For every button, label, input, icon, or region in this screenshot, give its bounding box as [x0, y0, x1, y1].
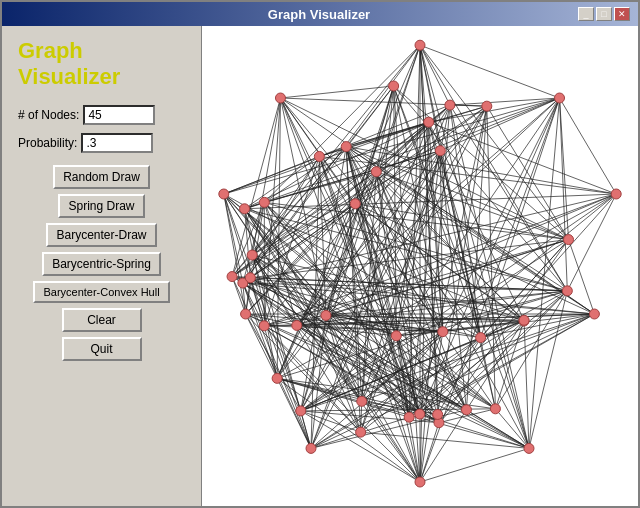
probability-label: Probability: — [18, 136, 77, 150]
quit-button[interactable]: Quit — [62, 337, 142, 361]
graph-canvas-area — [202, 26, 638, 506]
title-bar: Graph Visualizer _ □ ✕ — [2, 2, 638, 26]
minimize-button[interactable]: _ — [578, 7, 594, 21]
probability-input[interactable] — [81, 133, 153, 153]
app-title: Graph Visualizer — [18, 38, 185, 91]
spring-draw-button[interactable]: Spring Draw — [58, 194, 144, 218]
random-draw-button[interactable]: Random Draw — [53, 165, 150, 189]
barycenter-draw-button[interactable]: Barycenter-Draw — [46, 223, 156, 247]
nodes-row: # of Nodes: — [18, 105, 185, 125]
nodes-input[interactable] — [83, 105, 155, 125]
main-window: Graph Visualizer _ □ ✕ Graph Visualizer … — [0, 0, 640, 508]
content-area: Graph Visualizer # of Nodes: Probability… — [2, 26, 638, 506]
window-title: Graph Visualizer — [60, 7, 578, 22]
nodes-label: # of Nodes: — [18, 108, 79, 122]
barycentric-spring-button[interactable]: Barycentric-Spring — [42, 252, 161, 276]
graph-canvas — [202, 26, 638, 506]
close-button[interactable]: ✕ — [614, 7, 630, 21]
barycenter-convex-hull-button[interactable]: Barycenter-Convex Hull — [33, 281, 169, 303]
sidebar: Graph Visualizer # of Nodes: Probability… — [2, 26, 202, 506]
probability-row: Probability: — [18, 133, 185, 153]
title-bar-buttons: _ □ ✕ — [578, 7, 630, 21]
clear-button[interactable]: Clear — [62, 308, 142, 332]
maximize-button[interactable]: □ — [596, 7, 612, 21]
